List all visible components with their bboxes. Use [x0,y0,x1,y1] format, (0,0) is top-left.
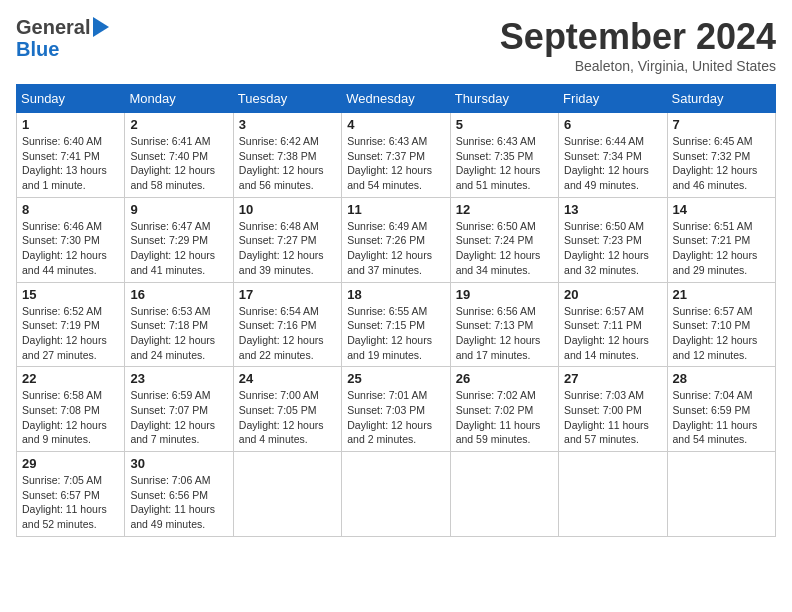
calendar-cell: 28Sunrise: 7:04 AM Sunset: 6:59 PM Dayli… [667,367,775,452]
day-info: Sunrise: 7:06 AM Sunset: 6:56 PM Dayligh… [130,473,227,532]
logo-blue: Blue [16,38,59,60]
calendar-cell: 21Sunrise: 6:57 AM Sunset: 7:10 PM Dayli… [667,282,775,367]
day-info: Sunrise: 6:59 AM Sunset: 7:07 PM Dayligh… [130,388,227,447]
day-number: 12 [456,202,553,217]
day-number: 4 [347,117,444,132]
month-title: September 2024 [500,16,776,58]
day-info: Sunrise: 7:02 AM Sunset: 7:02 PM Dayligh… [456,388,553,447]
day-number: 11 [347,202,444,217]
day-number: 18 [347,287,444,302]
day-number: 8 [22,202,119,217]
day-info: Sunrise: 7:05 AM Sunset: 6:57 PM Dayligh… [22,473,119,532]
day-number: 7 [673,117,770,132]
calendar-cell: 5Sunrise: 6:43 AM Sunset: 7:35 PM Daylig… [450,113,558,198]
day-number: 20 [564,287,661,302]
calendar-cell: 15Sunrise: 6:52 AM Sunset: 7:19 PM Dayli… [17,282,125,367]
day-info: Sunrise: 6:54 AM Sunset: 7:16 PM Dayligh… [239,304,336,363]
day-number: 14 [673,202,770,217]
calendar-cell [450,452,558,537]
calendar-week-row: 29Sunrise: 7:05 AM Sunset: 6:57 PM Dayli… [17,452,776,537]
calendar-cell: 22Sunrise: 6:58 AM Sunset: 7:08 PM Dayli… [17,367,125,452]
day-info: Sunrise: 6:46 AM Sunset: 7:30 PM Dayligh… [22,219,119,278]
day-number: 27 [564,371,661,386]
day-info: Sunrise: 6:42 AM Sunset: 7:38 PM Dayligh… [239,134,336,193]
day-info: Sunrise: 6:55 AM Sunset: 7:15 PM Dayligh… [347,304,444,363]
logo: General Blue [16,16,109,60]
day-number: 28 [673,371,770,386]
day-number: 5 [456,117,553,132]
calendar-cell: 29Sunrise: 7:05 AM Sunset: 6:57 PM Dayli… [17,452,125,537]
day-number: 22 [22,371,119,386]
calendar-cell [559,452,667,537]
day-info: Sunrise: 6:53 AM Sunset: 7:18 PM Dayligh… [130,304,227,363]
weekday-header-sunday: Sunday [17,85,125,113]
logo-general: General [16,16,90,38]
day-number: 19 [456,287,553,302]
day-number: 3 [239,117,336,132]
calendar-cell: 2Sunrise: 6:41 AM Sunset: 7:40 PM Daylig… [125,113,233,198]
calendar-cell [233,452,341,537]
weekday-header-row: SundayMondayTuesdayWednesdayThursdayFrid… [17,85,776,113]
calendar-cell: 30Sunrise: 7:06 AM Sunset: 6:56 PM Dayli… [125,452,233,537]
day-number: 30 [130,456,227,471]
day-number: 23 [130,371,227,386]
calendar-cell: 3Sunrise: 6:42 AM Sunset: 7:38 PM Daylig… [233,113,341,198]
weekday-header-tuesday: Tuesday [233,85,341,113]
weekday-header-friday: Friday [559,85,667,113]
day-number: 15 [22,287,119,302]
weekday-header-wednesday: Wednesday [342,85,450,113]
day-info: Sunrise: 6:51 AM Sunset: 7:21 PM Dayligh… [673,219,770,278]
day-info: Sunrise: 6:45 AM Sunset: 7:32 PM Dayligh… [673,134,770,193]
calendar-cell: 23Sunrise: 6:59 AM Sunset: 7:07 PM Dayli… [125,367,233,452]
day-info: Sunrise: 7:01 AM Sunset: 7:03 PM Dayligh… [347,388,444,447]
calendar-week-row: 8Sunrise: 6:46 AM Sunset: 7:30 PM Daylig… [17,197,776,282]
calendar-cell: 26Sunrise: 7:02 AM Sunset: 7:02 PM Dayli… [450,367,558,452]
calendar-cell: 4Sunrise: 6:43 AM Sunset: 7:37 PM Daylig… [342,113,450,198]
day-number: 25 [347,371,444,386]
calendar-cell: 20Sunrise: 6:57 AM Sunset: 7:11 PM Dayli… [559,282,667,367]
day-number: 29 [22,456,119,471]
calendar-cell [342,452,450,537]
day-info: Sunrise: 6:57 AM Sunset: 7:10 PM Dayligh… [673,304,770,363]
day-info: Sunrise: 7:04 AM Sunset: 6:59 PM Dayligh… [673,388,770,447]
calendar-cell: 25Sunrise: 7:01 AM Sunset: 7:03 PM Dayli… [342,367,450,452]
calendar-cell: 18Sunrise: 6:55 AM Sunset: 7:15 PM Dayli… [342,282,450,367]
day-info: Sunrise: 6:50 AM Sunset: 7:24 PM Dayligh… [456,219,553,278]
day-info: Sunrise: 6:48 AM Sunset: 7:27 PM Dayligh… [239,219,336,278]
day-info: Sunrise: 6:47 AM Sunset: 7:29 PM Dayligh… [130,219,227,278]
calendar-week-row: 22Sunrise: 6:58 AM Sunset: 7:08 PM Dayli… [17,367,776,452]
day-number: 16 [130,287,227,302]
calendar-week-row: 1Sunrise: 6:40 AM Sunset: 7:41 PM Daylig… [17,113,776,198]
day-info: Sunrise: 6:56 AM Sunset: 7:13 PM Dayligh… [456,304,553,363]
calendar-cell: 9Sunrise: 6:47 AM Sunset: 7:29 PM Daylig… [125,197,233,282]
calendar-cell: 12Sunrise: 6:50 AM Sunset: 7:24 PM Dayli… [450,197,558,282]
calendar-cell: 8Sunrise: 6:46 AM Sunset: 7:30 PM Daylig… [17,197,125,282]
day-number: 17 [239,287,336,302]
day-number: 26 [456,371,553,386]
weekday-header-monday: Monday [125,85,233,113]
day-number: 1 [22,117,119,132]
calendar-cell: 7Sunrise: 6:45 AM Sunset: 7:32 PM Daylig… [667,113,775,198]
calendar-week-row: 15Sunrise: 6:52 AM Sunset: 7:19 PM Dayli… [17,282,776,367]
day-number: 2 [130,117,227,132]
day-info: Sunrise: 6:52 AM Sunset: 7:19 PM Dayligh… [22,304,119,363]
calendar-cell [667,452,775,537]
weekday-header-saturday: Saturday [667,85,775,113]
day-number: 6 [564,117,661,132]
calendar-cell: 10Sunrise: 6:48 AM Sunset: 7:27 PM Dayli… [233,197,341,282]
day-info: Sunrise: 6:44 AM Sunset: 7:34 PM Dayligh… [564,134,661,193]
calendar-cell: 24Sunrise: 7:00 AM Sunset: 7:05 PM Dayli… [233,367,341,452]
calendar-cell: 19Sunrise: 6:56 AM Sunset: 7:13 PM Dayli… [450,282,558,367]
calendar-cell: 14Sunrise: 6:51 AM Sunset: 7:21 PM Dayli… [667,197,775,282]
calendar-table: SundayMondayTuesdayWednesdayThursdayFrid… [16,84,776,537]
day-info: Sunrise: 6:57 AM Sunset: 7:11 PM Dayligh… [564,304,661,363]
page-header: General Blue September 2024 Bealeton, Vi… [16,16,776,74]
day-info: Sunrise: 6:41 AM Sunset: 7:40 PM Dayligh… [130,134,227,193]
day-info: Sunrise: 7:03 AM Sunset: 7:00 PM Dayligh… [564,388,661,447]
day-info: Sunrise: 6:40 AM Sunset: 7:41 PM Dayligh… [22,134,119,193]
calendar-cell: 16Sunrise: 6:53 AM Sunset: 7:18 PM Dayli… [125,282,233,367]
location: Bealeton, Virginia, United States [500,58,776,74]
calendar-cell: 11Sunrise: 6:49 AM Sunset: 7:26 PM Dayli… [342,197,450,282]
calendar-cell: 13Sunrise: 6:50 AM Sunset: 7:23 PM Dayli… [559,197,667,282]
day-info: Sunrise: 6:43 AM Sunset: 7:37 PM Dayligh… [347,134,444,193]
